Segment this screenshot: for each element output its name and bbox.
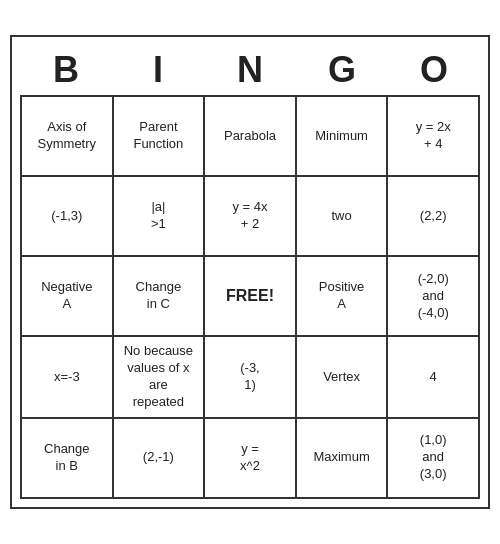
cell-r1c4[interactable]: (2,2) bbox=[388, 177, 480, 257]
cell-r3c2[interactable]: (-3,1) bbox=[205, 337, 297, 419]
bingo-header: B I N G O bbox=[20, 45, 480, 95]
cell-r2c3[interactable]: PositiveA bbox=[297, 257, 389, 337]
cell-r2c0[interactable]: NegativeA bbox=[22, 257, 114, 337]
header-o: O bbox=[388, 45, 480, 95]
bingo-card: B I N G O Axis ofSymmetryParentFunctionP… bbox=[10, 35, 490, 509]
cell-r4c4[interactable]: (1,0)and(3,0) bbox=[388, 419, 480, 499]
header-i: I bbox=[112, 45, 204, 95]
cell-r1c3[interactable]: two bbox=[297, 177, 389, 257]
cell-r0c2[interactable]: Parabola bbox=[205, 97, 297, 177]
cell-r1c2[interactable]: y = 4x+ 2 bbox=[205, 177, 297, 257]
cell-r0c1[interactable]: ParentFunction bbox=[114, 97, 206, 177]
cell-r2c4[interactable]: (-2,0)and(-4,0) bbox=[388, 257, 480, 337]
cell-r4c1[interactable]: (2,-1) bbox=[114, 419, 206, 499]
cell-r0c4[interactable]: y = 2x+ 4 bbox=[388, 97, 480, 177]
cell-r0c0[interactable]: Axis ofSymmetry bbox=[22, 97, 114, 177]
cell-r3c3[interactable]: Vertex bbox=[297, 337, 389, 419]
cell-r2c1[interactable]: Changein C bbox=[114, 257, 206, 337]
cell-r3c1[interactable]: No becausevalues of xarerepeated bbox=[114, 337, 206, 419]
header-b: B bbox=[20, 45, 112, 95]
cell-r0c3[interactable]: Minimum bbox=[297, 97, 389, 177]
header-g: G bbox=[296, 45, 388, 95]
header-n: N bbox=[204, 45, 296, 95]
cell-r4c2[interactable]: y =x^2 bbox=[205, 419, 297, 499]
cell-r4c0[interactable]: Changein B bbox=[22, 419, 114, 499]
cell-r4c3[interactable]: Maximum bbox=[297, 419, 389, 499]
cell-r2c2[interactable]: FREE! bbox=[205, 257, 297, 337]
bingo-grid: Axis ofSymmetryParentFunctionParabolaMin… bbox=[20, 95, 480, 499]
cell-r3c0[interactable]: x=-3 bbox=[22, 337, 114, 419]
cell-r1c1[interactable]: |a|>1 bbox=[114, 177, 206, 257]
cell-r1c0[interactable]: (-1,3) bbox=[22, 177, 114, 257]
cell-r3c4[interactable]: 4 bbox=[388, 337, 480, 419]
